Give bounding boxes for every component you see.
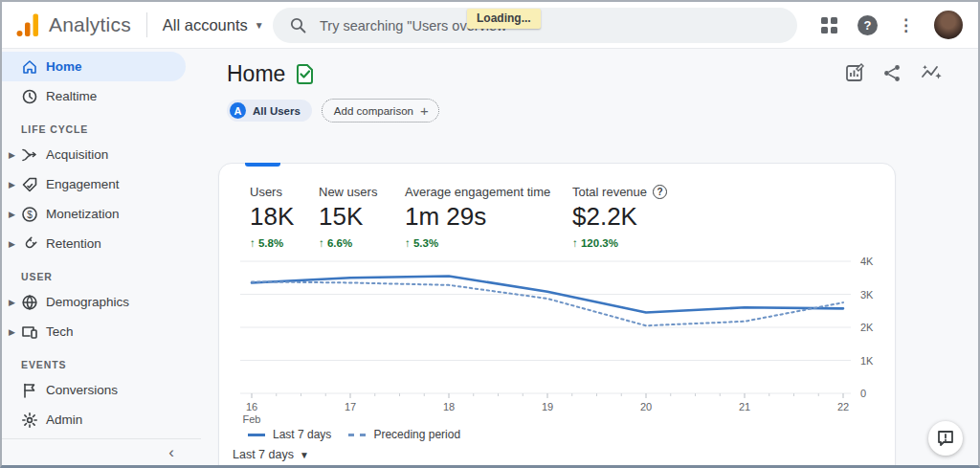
sidebar-item-label: Admin: [46, 412, 82, 427]
y-axis-tick-label: 3K: [860, 289, 874, 301]
header-actions: ? ⋮: [821, 2, 963, 48]
brand[interactable]: Analytics: [2, 12, 131, 37]
brand-name: Analytics: [49, 13, 131, 36]
expand-caret-icon[interactable]: ▶: [9, 180, 15, 189]
sidebar-item-demographics[interactable]: ▶Demographics: [2, 287, 186, 317]
sidebar-item-tech[interactable]: ▶Tech: [2, 317, 186, 346]
account-selector-label: All accounts: [163, 16, 248, 34]
y-axis-tick-label: 1K: [860, 355, 874, 367]
devices-icon: [21, 323, 38, 341]
page-title-row: Home: [227, 61, 315, 87]
magnet-icon: [21, 235, 38, 253]
globe-icon: [21, 294, 38, 311]
flag-icon: [21, 382, 38, 399]
sidebar-item-label: Conversions: [46, 383, 118, 397]
legend-swatch: [248, 434, 265, 436]
sidebar-item-label: Demographics: [46, 295, 129, 309]
sidebar-item-engagement[interactable]: ▶Engagement: [2, 169, 186, 199]
doc-check-icon[interactable]: [295, 64, 315, 84]
sidebar-item-label: Monetization: [46, 207, 120, 221]
sidebar-footer: ‹: [2, 438, 201, 465]
analytics-window: Analytics All accounts ▼ Try searching "…: [0, 0, 980, 468]
plus-icon: +: [420, 103, 429, 118]
tag-icon: [21, 176, 38, 193]
sidebar-item-realtime[interactable]: Realtime: [2, 81, 186, 111]
all-users-chip[interactable]: A All Users: [227, 100, 312, 122]
sidebar-item-admin[interactable]: Admin: [2, 405, 186, 435]
y-axis-tick-label: 4K: [860, 256, 874, 267]
expand-caret-icon[interactable]: ▶: [9, 298, 15, 307]
share-icon[interactable]: [883, 64, 902, 86]
header-divider: [146, 12, 147, 37]
x-axis-tick-label: 20: [640, 401, 652, 412]
overview-card: Users18K↑ 5.8%New users15K↑ 6.6%Average …: [218, 163, 896, 468]
sidebar-item-label: Engagement: [46, 177, 120, 191]
chevron-down-icon: ▼: [300, 450, 309, 460]
sidebar-item-label: Tech: [46, 324, 74, 339]
sidebar-item-acquisition[interactable]: ▶Acquisition: [2, 140, 186, 169]
chevron-down-icon: ▼: [255, 20, 264, 31]
sidebar-item-conversions[interactable]: Conversions: [2, 375, 186, 405]
acquisition-icon: [21, 146, 38, 164]
avatar[interactable]: [934, 11, 963, 39]
main-content: Home: [201, 48, 978, 465]
page-title: Home: [227, 61, 285, 87]
app-header: Analytics All accounts ▼ Try searching "…: [2, 2, 978, 48]
feedback-button[interactable]: [928, 421, 963, 456]
apps-grid-icon[interactable]: [821, 17, 837, 33]
nav-section-life-cycle: LIFE CYCLE: [2, 111, 201, 140]
nav-section-events: EVENTS: [2, 346, 201, 375]
sidebar-item-label: Realtime: [46, 89, 97, 103]
legend-label: Preceding period: [373, 428, 460, 441]
sidebar-item-label: Retention: [46, 236, 101, 251]
home-icon: [21, 58, 38, 76]
clock-icon: [21, 88, 38, 105]
add-comparison-label: Add comparison: [334, 105, 413, 117]
more-vertical-icon[interactable]: ⋮: [898, 17, 914, 33]
svg-text:$: $: [27, 209, 33, 219]
expand-caret-icon[interactable]: ▶: [9, 210, 15, 219]
x-axis-tick-label: 22: [837, 401, 849, 412]
legend-entry-preceding-period[interactable]: Preceding period: [348, 428, 460, 441]
y-axis-tick-label: 2K: [860, 322, 874, 333]
report-actions: [845, 63, 942, 86]
expand-caret-icon[interactable]: ▶: [9, 150, 15, 160]
add-comparison-chip[interactable]: Add comparison +: [322, 99, 439, 123]
dollar-circle-icon: $: [21, 206, 38, 223]
sidebar-item-retention[interactable]: ▶Retention: [2, 229, 186, 258]
x-axis-tick-label: 17: [345, 401, 356, 412]
x-axis-sublabel: Feb: [243, 413, 261, 425]
x-axis-tick-label: 18: [443, 401, 455, 412]
analytics-logo-icon: [15, 12, 40, 37]
insights-icon[interactable]: [921, 63, 942, 86]
expand-caret-icon[interactable]: ▶: [9, 327, 15, 337]
nav-list: HomeRealtimeLIFE CYCLE▶Acquisition▶Engag…: [2, 52, 201, 435]
y-axis-tick-label: 0: [860, 388, 866, 399]
sidebar-item-home[interactable]: Home: [2, 52, 186, 81]
collapse-sidebar-icon[interactable]: ‹: [168, 444, 174, 460]
gear-icon: [21, 412, 38, 429]
all-users-label: All Users: [253, 105, 301, 117]
feedback-icon: [937, 430, 954, 447]
x-axis-tick-label: 16: [246, 401, 257, 412]
x-axis-tick-label: 19: [542, 401, 553, 412]
legend-swatch: [348, 434, 366, 436]
legend-entry-last-7-days[interactable]: Last 7 days: [248, 428, 331, 441]
sidebar-item-label: Home: [46, 59, 82, 74]
date-range-selector[interactable]: Last 7 days ▼: [233, 448, 309, 461]
nav-section-user: USER: [2, 258, 201, 287]
audience-badge: A: [230, 102, 246, 119]
expand-caret-icon[interactable]: ▶: [9, 239, 15, 249]
users-line-chart: 01K2K3K4K16171819202122Feb: [219, 164, 897, 468]
legend-label: Last 7 days: [273, 428, 331, 441]
sidebar-nav: HomeRealtimeLIFE CYCLE▶Acquisition▶Engag…: [2, 48, 201, 465]
customize-report-icon[interactable]: [845, 63, 864, 86]
account-selector[interactable]: All accounts ▼: [163, 16, 264, 34]
sidebar-item-monetization[interactable]: ▶$Monetization: [2, 199, 186, 229]
sidebar-item-label: Acquisition: [46, 147, 108, 162]
loading-tooltip: Loading...: [467, 9, 541, 29]
help-icon[interactable]: ?: [858, 15, 878, 35]
chart-legend: Last 7 daysPreceding period: [248, 428, 460, 441]
x-axis-tick-label: 21: [739, 401, 750, 412]
date-range-label: Last 7 days: [233, 448, 294, 461]
